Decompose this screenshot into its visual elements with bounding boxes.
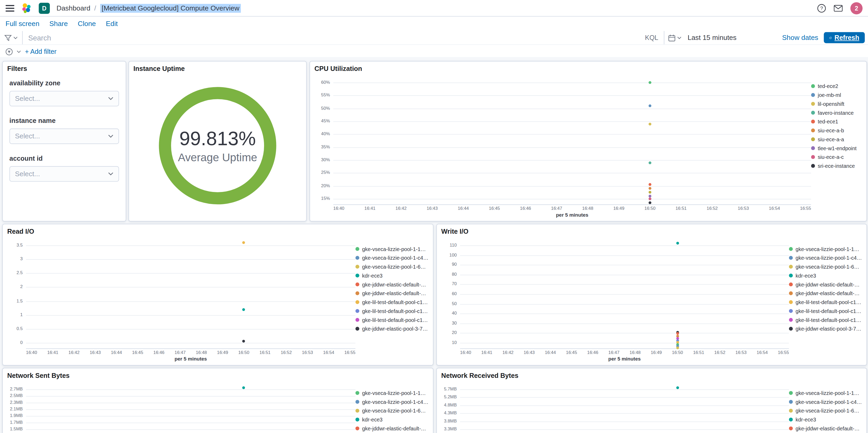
share-button[interactable]: Share [49,20,68,28]
legend-item[interactable]: gke-lil-test-default-pool-c1e… [355,297,428,307]
account-id-select[interactable]: Select... [9,166,119,182]
legend-item[interactable]: gke-lil-test-default-pool-c1e… [789,297,862,307]
legend-item[interactable]: tlee-w1-endpoint [811,143,862,152]
x-tick-label: 16:45 [132,350,143,355]
legend-color-dot [789,417,793,421]
legend-item[interactable]: gke-vseca-lizzie-pool-1-630… [355,262,428,271]
legend-item[interactable]: gke-vseca-lizzie-pool-1-c417… [355,253,428,262]
legend-item[interactable]: sri-ece-instance [811,161,862,170]
user-avatar[interactable]: 2 [850,2,863,14]
data-point[interactable] [649,201,651,204]
y-axis: 60%55%50%45%40%35%30%25%20%15% [314,74,333,205]
data-point[interactable] [676,386,679,389]
gridline [460,333,789,334]
space-badge[interactable]: D [39,2,50,13]
legend-item[interactable]: gke-vseca-lizzie-pool-1-630… [789,262,862,271]
data-point[interactable] [243,241,245,244]
data-point[interactable] [649,191,651,194]
legend-item[interactable]: siu-ece-a-c [811,152,862,161]
legend-item[interactable]: gke-vseca-lizzie-pool-1-c417… [355,397,428,406]
data-point[interactable] [676,242,679,245]
y-tick-label: 2.5 [17,270,23,276]
menu-hamburger-icon[interactable] [5,4,14,12]
add-filter-button[interactable]: + Add filter [25,48,56,55]
data-point[interactable] [649,122,651,125]
show-dates-button[interactable]: Show dates [782,34,824,42]
data-point[interactable] [649,105,651,107]
legend-item[interactable]: kdr-ece3 [789,271,862,280]
legend-item[interactable]: gke-lil-test-default-pool-c1e… [355,315,428,324]
saved-query-menu-button[interactable] [0,31,23,45]
x-tick-label: 16:46 [587,350,598,355]
instance-name-select[interactable]: Select... [9,128,119,144]
legend-item[interactable]: gke-vseca-lizzie-pool-1-1877… [789,244,862,253]
help-icon[interactable]: ? [817,4,826,12]
filter-circle-icon [5,48,12,55]
legend-item[interactable]: gke-jddwr-elastic-default-po… [355,289,428,297]
legend-label: gke-vseca-lizzie-pool-1-1877… [362,246,428,252]
legend-item[interactable]: lil-openshift [811,99,862,108]
legend-item[interactable]: gke-vseca-lizzie-pool-1-c417… [789,397,862,406]
clone-button[interactable]: Clone [78,20,96,28]
full-screen-button[interactable]: Full screen [5,20,39,28]
legend-item[interactable]: gke-vseca-lizzie-pool-1-1877… [355,388,428,397]
data-point[interactable] [649,183,651,186]
legend-item[interactable]: gke-jddwr-elastic-default-po… [355,280,428,289]
data-point[interactable] [243,386,245,389]
legend-item[interactable]: gke-jddwr-elastic-default-po… [789,424,862,433]
legend-label: kdr-ece3 [796,416,816,422]
x-tick-label: 16:40 [26,350,37,355]
kql-language-button[interactable]: KQL [645,34,658,42]
mail-icon[interactable] [834,5,843,11]
date-quick-select-button[interactable] [664,34,685,41]
chevron-down-icon [677,36,682,39]
x-axis: 16:4016:4116:4216:4316:4416:4516:4616:47… [460,349,789,356]
data-point[interactable] [649,198,651,200]
legend-item[interactable]: ted-ece2 [811,81,862,90]
legend-item[interactable]: gke-jddwr-elastic-pool-3-74… [355,324,428,333]
refresh-icon [829,35,832,41]
legend-item[interactable]: gke-jddwr-elastic-default-po… [355,424,428,433]
edit-button[interactable]: Edit [106,20,118,28]
gridline [26,329,355,329]
availability-zone-select[interactable]: Select... [9,91,119,106]
legend-item[interactable]: favero-instance [811,108,862,117]
legend-item[interactable]: gke-vseca-lizzie-pool-1-1877… [789,388,862,397]
legend-item[interactable]: ted-ece1 [811,117,862,126]
legend-item[interactable]: gke-vseca-lizzie-pool-1-630… [355,406,428,415]
data-point[interactable] [649,161,651,164]
legend-item[interactable]: gke-lil-test-default-pool-c1e… [355,306,428,315]
breadcrumb-dashboard[interactable]: Dashboard [56,4,90,12]
legend-item[interactable]: kdr-ece3 [789,415,862,424]
chart-main: 5.7MB5.2MB4.8MB4.3MB3.8MB3.3MB 16:4016:4… [441,380,789,433]
elastic-logo[interactable] [21,2,32,13]
data-point[interactable] [649,81,651,84]
legend-label: gke-vseca-lizzie-pool-1-630… [796,407,862,413]
legend-item[interactable]: siu-ece-a-b [811,126,862,135]
legend-item[interactable]: gke-lil-test-default-pool-c1e… [789,315,862,324]
legend-item[interactable]: kdr-ece3 [355,271,428,280]
legend-item[interactable]: kdr-ece3 [355,415,428,424]
time-range-display[interactable]: Last 15 minutes [685,34,782,42]
legend-item[interactable]: gke-vseca-lizzie-pool-1-630… [789,406,862,415]
legend-color-dot [789,326,793,330]
search-input[interactable]: Search KQL [23,31,664,45]
data-point[interactable] [243,340,245,343]
filter-options-button[interactable] [5,48,12,55]
legend-item[interactable]: gke-vseca-lizzie-pool-1-1877… [355,244,428,253]
legend-item[interactable]: gke-lil-test-default-pool-c1e… [789,306,862,315]
legend-item[interactable]: gke-jddwr-elastic-default-po… [789,289,862,297]
legend-item[interactable]: joe-mb-ml [811,90,862,99]
legend-label: gke-jddwr-elastic-default-po… [362,281,428,287]
y-tick-label: 1.5MB [10,427,23,431]
legend-item[interactable]: gke-jddwr-elastic-pool-3-74… [789,324,862,333]
y-axis: 110100908070605040302010 [441,237,460,349]
legend-item[interactable]: gke-vseca-lizzie-pool-1-c417… [789,253,862,262]
legend-item[interactable]: gke-jddwr-elastic-default-po… [789,280,862,289]
data-point[interactable] [649,187,651,190]
refresh-button[interactable]: Refresh [824,32,865,43]
chevron-down-icon[interactable] [17,50,21,53]
data-point[interactable] [243,308,245,311]
y-tick-label: 3 [20,257,23,262]
legend-item[interactable]: siu-ece-a-a [811,135,862,144]
